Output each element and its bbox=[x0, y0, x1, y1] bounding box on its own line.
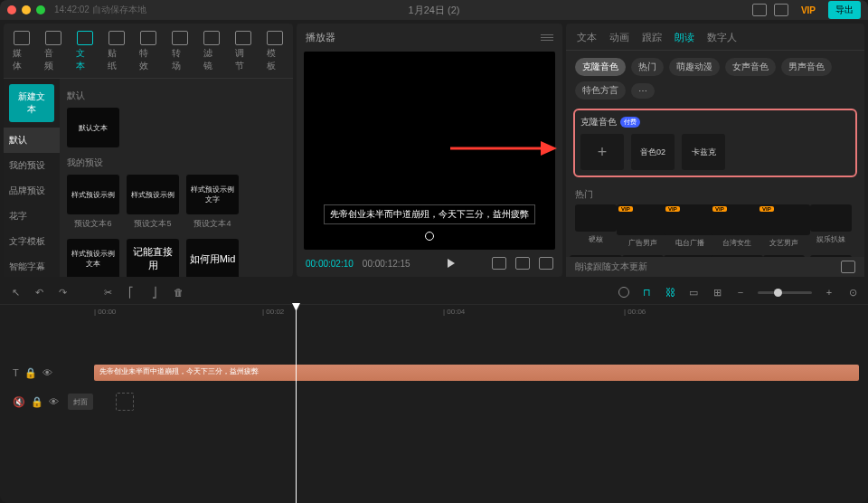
nav-text[interactable]: 文本 bbox=[74, 29, 95, 78]
new-text-button[interactable]: 新建文本 bbox=[9, 84, 54, 122]
split-right-icon[interactable]: ⎦ bbox=[148, 286, 161, 299]
preset-card[interactable]: 如何用Mid预设文本1 bbox=[186, 239, 239, 277]
ruler-mark: | 00:00 bbox=[94, 308, 116, 316]
add-voice-button[interactable]: + bbox=[580, 134, 624, 170]
delete-icon[interactable]: 🗑 bbox=[172, 286, 184, 299]
voice-card[interactable]: 猴哥 bbox=[763, 255, 805, 257]
voice-filter-pill[interactable]: 热门 bbox=[631, 58, 664, 76]
eye-icon[interactable]: 👁 bbox=[49, 396, 59, 407]
export-button[interactable]: 导出 bbox=[828, 1, 861, 19]
voice-card[interactable]: 翻牙珍珍 bbox=[669, 255, 711, 257]
voice-card[interactable]: 电台广播 bbox=[669, 204, 711, 248]
pointer-icon[interactable]: ↖ bbox=[9, 286, 22, 299]
lock-icon[interactable]: 🔒 bbox=[24, 367, 37, 379]
preset-card[interactable]: 记能直接用预设文本2 bbox=[127, 239, 179, 277]
titlebar: 14:42:02 自动保存本地 1月24日 (2) VIP 导出 bbox=[0, 0, 868, 20]
project-title: 1月24日 (2) bbox=[409, 4, 460, 17]
voice-card[interactable]: 川妹子 bbox=[622, 255, 664, 257]
voice-filter-pill[interactable]: 特色方言 bbox=[575, 81, 626, 100]
fullscreen-icon[interactable] bbox=[539, 257, 553, 270]
voice-clone-card[interactable]: 卡兹克 bbox=[682, 134, 725, 170]
tab-1[interactable]: 动画 bbox=[609, 31, 629, 44]
align-icon[interactable]: ⊞ bbox=[711, 286, 723, 299]
lock-icon[interactable]: 🔒 bbox=[31, 396, 43, 408]
clone-voice-label: 克隆音色 bbox=[580, 116, 617, 128]
audio-icon bbox=[45, 31, 61, 45]
split-icon[interactable]: ✂ bbox=[101, 286, 114, 299]
caption-handle-icon[interactable] bbox=[425, 232, 434, 241]
menu-icon[interactable] bbox=[541, 34, 553, 41]
zoom-slider[interactable] bbox=[758, 291, 812, 294]
voice-clone-card[interactable]: 音色02 bbox=[631, 134, 675, 170]
mute-icon[interactable]: 🔇 bbox=[13, 396, 25, 408]
split-left-icon[interactable]: ⎡ bbox=[125, 286, 137, 299]
magnet-icon[interactable]: ⊓ bbox=[640, 286, 653, 299]
video-canvas[interactable]: 先帝创业未半而中道崩殂，今天下三分，益州疲弊 bbox=[304, 52, 555, 250]
voice-card[interactable]: 古风男主 bbox=[716, 255, 758, 257]
text-preset-card[interactable]: 默认文本 bbox=[67, 108, 119, 147]
nav-template[interactable]: 模板 bbox=[265, 29, 286, 78]
preset-card[interactable]: 样式预设示例预设文本6 bbox=[67, 175, 119, 230]
voice-card[interactable]: 少儿故事 bbox=[810, 255, 852, 257]
nav-audio[interactable]: 音频 bbox=[42, 29, 63, 78]
tab-4[interactable]: 数字人 bbox=[707, 31, 737, 44]
fit-icon[interactable]: ⊙ bbox=[846, 286, 859, 299]
voice-card[interactable]: 文艺男声 bbox=[763, 204, 805, 248]
undo-icon[interactable]: ↶ bbox=[33, 286, 45, 299]
maximize-icon[interactable] bbox=[36, 5, 45, 14]
tab-3[interactable]: 朗读 bbox=[675, 31, 694, 44]
zoom-out-icon[interactable]: − bbox=[734, 286, 747, 299]
voice-card[interactable]: 娱乐扒妹 bbox=[810, 204, 852, 248]
text-track-icon[interactable]: T bbox=[13, 367, 19, 378]
caption-text[interactable]: 先帝创业未半而中道崩殂，今天下三分，益州疲弊 bbox=[324, 204, 535, 224]
more-icon[interactable]: ⋯ bbox=[631, 83, 655, 99]
chevron-down-icon[interactable] bbox=[841, 261, 855, 273]
nav-media[interactable]: 媒体 bbox=[11, 29, 32, 78]
zoom-in-icon[interactable]: + bbox=[823, 286, 835, 299]
voice-filter-pill[interactable]: 萌趣动漫 bbox=[669, 58, 720, 76]
playhead[interactable] bbox=[296, 305, 297, 503]
nav-filter[interactable]: 滤镜 bbox=[202, 29, 222, 78]
ratio-icon[interactable] bbox=[492, 257, 506, 270]
voice-filter-pill[interactable]: 克隆音色 bbox=[575, 58, 626, 76]
preset-card[interactable]: 样式预设示例文字预设文本4 bbox=[186, 175, 239, 230]
timeline-panel: ↖ ↶ ↷ ✂ ⎡ ⎦ 🗑 ⊓ ⛓ ▭ ⊞ − + ⊙ | 00:00| 00:… bbox=[0, 280, 868, 503]
sidebar-item[interactable]: 花字 bbox=[4, 204, 60, 229]
sidebar-item[interactable]: 文字模板 bbox=[4, 229, 60, 254]
sidebar-item[interactable]: 我的预设 bbox=[4, 153, 60, 178]
voice-filter-pill[interactable]: 男声音色 bbox=[781, 58, 832, 76]
voice-card[interactable]: 广告男声 bbox=[622, 204, 664, 248]
close-icon[interactable] bbox=[7, 5, 16, 14]
voice-card[interactable]: 潮汕大叔 bbox=[575, 255, 617, 257]
grid-icon[interactable] bbox=[774, 4, 788, 16]
mic-icon[interactable] bbox=[618, 287, 629, 298]
sidebar-item[interactable]: 默认 bbox=[4, 128, 60, 153]
preset-card[interactable]: 样式预设示例文本预设文本3 bbox=[67, 239, 119, 277]
cover-button[interactable]: 封面 bbox=[68, 394, 93, 410]
voice-card[interactable]: 硬核 bbox=[575, 204, 617, 248]
layout-icon[interactable] bbox=[752, 4, 767, 16]
sidebar-item[interactable]: 智能字幕 bbox=[4, 254, 60, 280]
tab-0[interactable]: 文本 bbox=[577, 31, 597, 44]
sidebar-item[interactable]: 品牌预设 bbox=[4, 178, 60, 204]
nav-sticker[interactable]: 贴纸 bbox=[106, 29, 127, 78]
preview-icon[interactable]: ▭ bbox=[687, 286, 700, 299]
add-clip-placeholder[interactable] bbox=[116, 393, 134, 411]
play-button[interactable] bbox=[448, 259, 455, 268]
redo-icon[interactable]: ↷ bbox=[56, 286, 69, 299]
voice-card[interactable]: 台湾女生 bbox=[716, 204, 758, 248]
total-time: 00:00:12:15 bbox=[363, 259, 410, 269]
compare-icon[interactable] bbox=[515, 257, 530, 270]
eye-icon[interactable]: 👁 bbox=[42, 367, 52, 378]
text-clip[interactable]: 先帝创业未半而中道崩殂，今天下三分，益州疲弊 bbox=[94, 365, 859, 381]
player-title: 播放器 bbox=[306, 31, 335, 44]
nav-transition[interactable]: 转场 bbox=[170, 29, 191, 78]
nav-adjust[interactable]: 调节 bbox=[233, 29, 254, 78]
preset-card[interactable]: 样式预设示例预设文本5 bbox=[127, 175, 179, 230]
link-icon[interactable]: ⛓ bbox=[664, 286, 676, 299]
nav-effect[interactable]: 特效 bbox=[137, 29, 158, 78]
voice-filter-pill[interactable]: 女声音色 bbox=[725, 58, 776, 76]
minimize-icon[interactable] bbox=[22, 5, 31, 14]
tab-2[interactable]: 跟踪 bbox=[642, 31, 662, 44]
vip-badge[interactable]: VIP bbox=[796, 4, 821, 17]
